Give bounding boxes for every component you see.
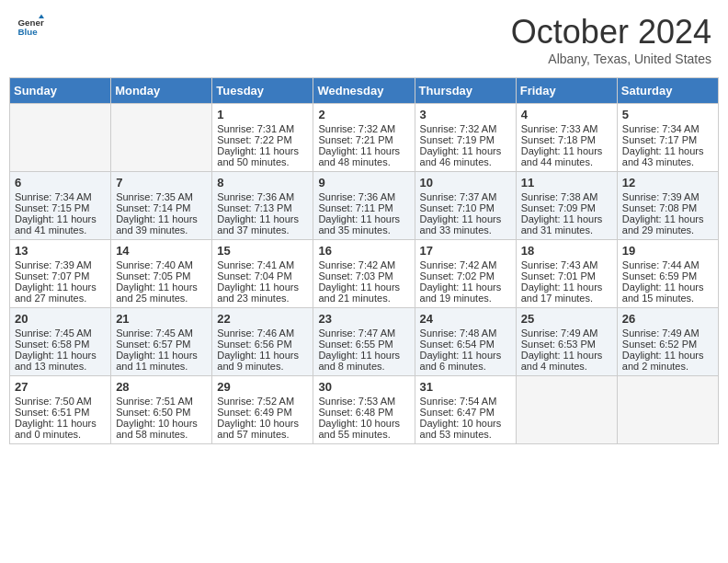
sunrise-text: Sunrise: 7:49 AM [622,327,713,339]
logo-icon: General Blue [17,13,44,40]
sunrise-text: Sunrise: 7:46 AM [217,327,308,339]
day-number: 27 [15,380,106,394]
calendar-cell: 13Sunrise: 7:39 AMSunset: 7:07 PMDayligh… [10,240,111,308]
calendar-cell: 7Sunrise: 7:35 AMSunset: 7:14 PMDaylight… [111,172,212,240]
calendar-cell [111,104,212,172]
sunrise-text: Sunrise: 7:39 AM [15,259,106,270]
sunrise-text: Sunrise: 7:34 AM [622,123,713,134]
sunset-text: Sunset: 6:53 PM [521,339,612,350]
calendar-cell: 21Sunrise: 7:45 AMSunset: 6:57 PMDayligh… [111,308,212,376]
sunrise-text: Sunrise: 7:51 AM [116,396,207,407]
sunset-text: Sunset: 6:54 PM [420,339,511,350]
col-header-wednesday: Wednesday [313,78,415,104]
calendar-cell: 12Sunrise: 7:39 AMSunset: 7:08 PMDayligh… [617,172,718,240]
sunrise-text: Sunrise: 7:49 AM [521,327,612,339]
week-row-2: 6Sunrise: 7:34 AMSunset: 7:15 PMDaylight… [10,172,719,240]
sunrise-text: Sunrise: 7:45 AM [116,327,207,339]
day-number: 7 [116,176,207,190]
calendar-cell: 30Sunrise: 7:53 AMSunset: 6:48 PMDayligh… [313,376,415,444]
sunset-text: Sunset: 7:09 PM [521,202,612,213]
svg-text:Blue: Blue [18,27,39,37]
sunset-text: Sunset: 6:52 PM [622,339,713,350]
day-number: 18 [521,244,612,258]
sunset-text: Sunset: 7:05 PM [116,270,207,282]
calendar-cell: 3Sunrise: 7:32 AMSunset: 7:19 PMDaylight… [415,104,516,172]
day-number: 14 [116,244,207,258]
sunset-text: Sunset: 6:59 PM [622,270,713,282]
sunset-text: Sunset: 6:51 PM [15,407,106,418]
sunset-text: Sunset: 6:57 PM [116,339,207,350]
sunset-text: Sunset: 7:21 PM [318,134,409,145]
calendar-cell [617,376,718,444]
sunset-text: Sunset: 7:03 PM [318,270,409,282]
sunset-text: Sunset: 7:15 PM [15,202,106,213]
daylight-text: Daylight: 10 hours and 58 minutes. [116,418,207,440]
sunset-text: Sunset: 6:55 PM [318,339,409,350]
calendar-cell [10,104,111,172]
header: General Blue October 2024 Albany, Texas,… [9,9,719,70]
daylight-text: Daylight: 11 hours and 0 minutes. [15,418,106,440]
daylight-text: Daylight: 11 hours and 50 minutes. [217,145,308,167]
calendar-cell: 14Sunrise: 7:40 AMSunset: 7:05 PMDayligh… [111,240,212,308]
daylight-text: Daylight: 11 hours and 17 minutes. [521,282,612,304]
daylight-text: Daylight: 11 hours and 11 minutes. [116,350,207,372]
logo: General Blue [17,13,44,40]
day-number: 1 [217,108,308,121]
day-number: 10 [420,176,511,190]
sunset-text: Sunset: 6:49 PM [217,407,308,418]
calendar-cell: 25Sunrise: 7:49 AMSunset: 6:53 PMDayligh… [516,308,617,376]
sunset-text: Sunset: 7:04 PM [217,270,308,282]
calendar-cell: 11Sunrise: 7:38 AMSunset: 7:09 PMDayligh… [516,172,617,240]
sunset-text: Sunset: 7:22 PM [217,134,308,145]
day-number: 11 [521,176,612,190]
sunrise-text: Sunrise: 7:50 AM [15,396,106,407]
sunrise-text: Sunrise: 7:31 AM [217,123,308,134]
calendar-cell: 16Sunrise: 7:42 AMSunset: 7:03 PMDayligh… [313,240,415,308]
daylight-text: Daylight: 11 hours and 39 minutes. [116,213,207,236]
calendar-cell: 10Sunrise: 7:37 AMSunset: 7:10 PMDayligh… [415,172,516,240]
calendar-header-row: SundayMondayTuesdayWednesdayThursdayFrid… [10,78,719,104]
calendar-cell: 29Sunrise: 7:52 AMSunset: 6:49 PMDayligh… [212,376,313,444]
sunrise-text: Sunrise: 7:33 AM [521,123,612,134]
col-header-monday: Monday [111,78,212,104]
calendar-cell: 2Sunrise: 7:32 AMSunset: 7:21 PMDaylight… [313,104,415,172]
week-row-3: 13Sunrise: 7:39 AMSunset: 7:07 PMDayligh… [10,240,719,308]
week-row-1: 1Sunrise: 7:31 AMSunset: 7:22 PMDaylight… [10,104,719,172]
sunrise-text: Sunrise: 7:34 AM [15,191,106,202]
col-header-saturday: Saturday [617,78,718,104]
col-header-friday: Friday [516,78,617,104]
calendar-cell: 17Sunrise: 7:42 AMSunset: 7:02 PMDayligh… [415,240,516,308]
daylight-text: Daylight: 11 hours and 46 minutes. [420,145,511,167]
sunset-text: Sunset: 7:14 PM [116,202,207,213]
day-number: 22 [217,312,308,326]
sunrise-text: Sunrise: 7:35 AM [116,191,207,202]
daylight-text: Daylight: 11 hours and 19 minutes. [420,282,511,304]
sunset-text: Sunset: 6:58 PM [15,339,106,350]
sunrise-text: Sunrise: 7:44 AM [622,259,713,270]
sunrise-text: Sunrise: 7:42 AM [420,259,511,270]
day-number: 30 [318,380,409,394]
daylight-text: Daylight: 11 hours and 37 minutes. [217,213,308,236]
daylight-text: Daylight: 11 hours and 15 minutes. [622,282,713,304]
calendar-cell: 8Sunrise: 7:36 AMSunset: 7:13 PMDaylight… [212,172,313,240]
sunrise-text: Sunrise: 7:38 AM [521,191,612,202]
sunset-text: Sunset: 7:13 PM [217,202,308,213]
sunrise-text: Sunrise: 7:43 AM [521,259,612,270]
sunrise-text: Sunrise: 7:41 AM [217,259,308,270]
week-row-5: 27Sunrise: 7:50 AMSunset: 6:51 PMDayligh… [10,376,719,444]
calendar-cell: 23Sunrise: 7:47 AMSunset: 6:55 PMDayligh… [313,308,415,376]
sunrise-text: Sunrise: 7:42 AM [318,259,409,270]
day-number: 21 [116,312,207,326]
day-number: 31 [420,380,511,394]
daylight-text: Daylight: 11 hours and 6 minutes. [420,350,511,372]
sunrise-text: Sunrise: 7:36 AM [318,191,409,202]
calendar-cell: 24Sunrise: 7:48 AMSunset: 6:54 PMDayligh… [415,308,516,376]
day-number: 23 [318,312,409,326]
calendar-cell: 20Sunrise: 7:45 AMSunset: 6:58 PMDayligh… [10,308,111,376]
day-number: 26 [622,312,713,326]
sunset-text: Sunset: 7:10 PM [420,202,511,213]
day-number: 5 [622,108,713,121]
week-row-4: 20Sunrise: 7:45 AMSunset: 6:58 PMDayligh… [10,308,719,376]
sunset-text: Sunset: 6:47 PM [420,407,511,418]
daylight-text: Daylight: 10 hours and 55 minutes. [318,418,409,440]
